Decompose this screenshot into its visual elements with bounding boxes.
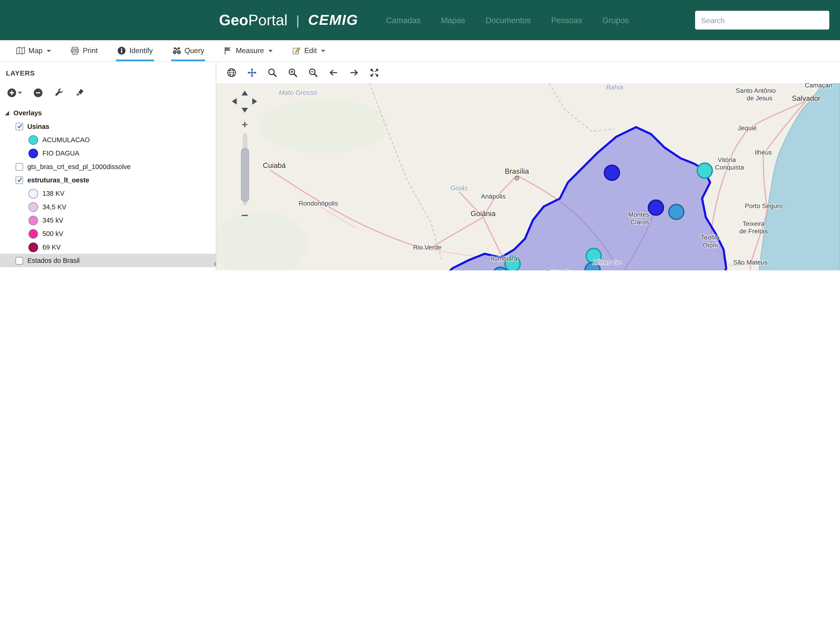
- expand-icon: [369, 67, 380, 78]
- map-svg[interactable]: BahiaMato GrossoGoiásMinas GeMato Grosso…: [216, 83, 840, 270]
- app-logo: GeoPortal | CEMIG: [219, 12, 358, 29]
- map-marker-sky[interactable]: [669, 205, 684, 220]
- pan-left-button[interactable]: [232, 98, 237, 105]
- map-label: Cuiabá: [263, 161, 286, 170]
- tree-folder-overlays[interactable]: Overlays: [0, 106, 216, 119]
- identify-icon: [117, 46, 126, 55]
- dropdown-caret-icon: [268, 50, 273, 52]
- map-label: Montes: [628, 211, 649, 218]
- layer-label: Estados do Brasil: [27, 257, 80, 264]
- map-marker-blue[interactable]: [648, 200, 664, 215]
- layers-panel-title: LAYERS: [6, 69, 216, 77]
- map-label: Salvador: [792, 94, 820, 102]
- remove-layer-button[interactable]: [33, 88, 43, 98]
- layer-item-estados-do-brasil[interactable]: Estados do Brasil: [0, 254, 216, 267]
- toolbar-measure-button[interactable]: Measure: [222, 40, 273, 61]
- toolbar-identify-button[interactable]: Identify: [116, 40, 154, 61]
- add-layer-button[interactable]: [7, 88, 22, 98]
- zoom-box-button[interactable]: [266, 65, 279, 80]
- nav-link-camadas[interactable]: Camadas: [386, 16, 421, 25]
- tool-label: Query: [184, 47, 204, 55]
- map-label: Conquista: [715, 164, 744, 171]
- magnifier-plus-icon: [288, 67, 298, 78]
- content-area: LAYERS OverlaysUsinasACUMULACAOFIO DAGUA…: [0, 62, 840, 270]
- minus-circle-icon: [33, 88, 43, 98]
- pan-up-button[interactable]: [241, 91, 248, 96]
- map-marker-cyan[interactable]: [697, 163, 712, 178]
- pan-icon: [247, 67, 257, 78]
- map-label: Anápolis: [481, 193, 506, 200]
- layer-checkbox[interactable]: [16, 123, 23, 130]
- tool-label: Measure: [236, 47, 264, 55]
- nav-link-grupos[interactable]: Grupos: [603, 16, 629, 25]
- layer-tree: OverlaysUsinasACUMULACAOFIO DAGUAgts_bra…: [0, 106, 216, 270]
- pan-right-button[interactable]: [252, 98, 257, 105]
- layer-style-button[interactable]: [75, 88, 85, 98]
- toolbar-print-button[interactable]: Print: [69, 40, 99, 61]
- zoom-slider-thumb[interactable]: [241, 148, 249, 202]
- zoom-slider-track[interactable]: [243, 133, 247, 206]
- legend-symbol: [29, 148, 38, 158]
- map-label: São Mateus: [733, 259, 768, 266]
- legend-item-500-kv: 500 kV: [0, 227, 216, 240]
- tool-label: Edit: [304, 47, 317, 55]
- toolbar-edit-button[interactable]: Edit: [291, 40, 326, 61]
- app: GeoPortal | CEMIG CamadasMapasDocumentos…: [0, 0, 840, 270]
- nav-link-pessoas[interactable]: Pessoas: [551, 16, 582, 25]
- layer-settings-button[interactable]: [54, 88, 64, 98]
- map-label: Camaçari: [805, 83, 832, 89]
- toolbar-query-button[interactable]: Query: [171, 40, 205, 61]
- nav-link-documentos[interactable]: Documentos: [486, 16, 531, 25]
- layer-item-usinas[interactable]: Usinas: [0, 120, 216, 133]
- map-label: Patos de: [545, 268, 571, 270]
- pan-zoom-control: + −: [229, 91, 261, 222]
- legend-item-acumulacao: ACUMULACAO: [0, 133, 216, 146]
- arrow-right-icon: [349, 67, 359, 78]
- next-extent-button[interactable]: [347, 65, 360, 80]
- legend-label: 34,5 KV: [42, 203, 66, 211]
- toolbar-map-button[interactable]: Map: [15, 40, 52, 61]
- main-toolbar: MapPrintIdentifyQueryMeasureEdit: [0, 40, 840, 62]
- legend-symbol: [29, 135, 38, 144]
- map-label: Santo Antônio: [736, 87, 776, 94]
- legend-symbol: [29, 188, 38, 198]
- dropdown-caret-icon: [47, 50, 51, 52]
- map-canvas[interactable]: BahiaMato GrossoGoiásMinas GeMato Grosso…: [216, 83, 840, 270]
- map-toolbar: [216, 62, 840, 83]
- zoom-out-button[interactable]: [306, 65, 320, 80]
- map-label: Teixeira: [742, 220, 765, 227]
- cemig-logo: CEMIG: [308, 12, 358, 28]
- layer-item-gts-bras-crt-esd-pl-1000dissolve[interactable]: gts_bras_crt_esd_pl_1000dissolve: [0, 160, 216, 173]
- pan-down-button[interactable]: [241, 108, 248, 113]
- tree-folder-base-maps[interactable]: Base Maps: [0, 267, 216, 270]
- zoom-in-plus-button[interactable]: +: [242, 120, 247, 130]
- map-label: Brasília: [505, 167, 529, 175]
- map-label: Minas Ge: [593, 259, 621, 266]
- layer-checkbox[interactable]: [16, 257, 23, 264]
- collapse-panel-handle[interactable]: [214, 261, 216, 266]
- layer-checkbox[interactable]: [16, 176, 23, 184]
- dropdown-caret-icon: [321, 50, 325, 52]
- logo-geo: Geo: [219, 12, 248, 29]
- globe-button[interactable]: [225, 65, 238, 80]
- zoom-in-button[interactable]: [286, 65, 300, 80]
- map-marker-blue[interactable]: [605, 166, 619, 180]
- pan-button[interactable]: [245, 65, 259, 80]
- map-label: Teófilo: [701, 234, 719, 241]
- map-label: de Freitas: [739, 227, 768, 235]
- map-label: Jequié: [738, 125, 757, 132]
- layer-item-estruturas-lt-oeste[interactable]: estruturas_lt_oeste: [0, 173, 216, 187]
- expand-arrow-icon: [5, 111, 9, 115]
- legend-label: 138 KV: [42, 190, 64, 197]
- previous-extent-button[interactable]: [327, 65, 340, 80]
- max-extent-button[interactable]: [368, 65, 381, 80]
- main-nav: CamadasMapasDocumentosPessoasGrupos: [386, 16, 629, 25]
- zoom-out-minus-button[interactable]: −: [241, 210, 248, 221]
- tool-label: Print: [83, 47, 98, 55]
- dropdown-caret-icon: [18, 92, 22, 94]
- legend-item-138-kv: 138 KV: [0, 187, 216, 200]
- nav-link-mapas[interactable]: Mapas: [441, 16, 465, 25]
- layer-checkbox[interactable]: [16, 163, 23, 170]
- legend-symbol: [29, 242, 38, 252]
- search-input[interactable]: [695, 11, 829, 30]
